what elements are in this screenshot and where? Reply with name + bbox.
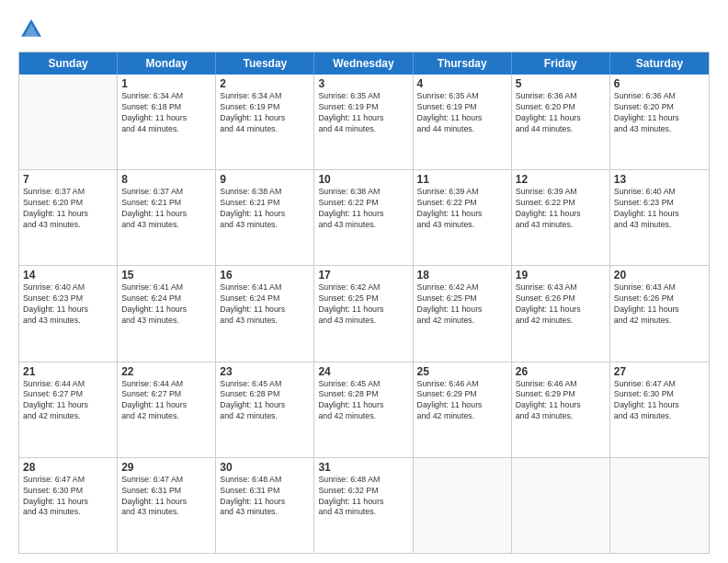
header xyxy=(18,17,710,42)
day-info: Sunrise: 6:41 AM Sunset: 6:24 PM Dayligh… xyxy=(220,282,310,327)
cal-cell: 17Sunrise: 6:42 AM Sunset: 6:25 PM Dayli… xyxy=(314,266,413,361)
cal-cell: 23Sunrise: 6:45 AM Sunset: 6:28 PM Dayli… xyxy=(216,362,314,457)
cal-cell: 28Sunrise: 6:47 AM Sunset: 6:30 PM Dayli… xyxy=(19,458,118,553)
day-info: Sunrise: 6:35 AM Sunset: 6:19 PM Dayligh… xyxy=(318,91,408,135)
day-info: Sunrise: 6:48 AM Sunset: 6:31 PM Dayligh… xyxy=(220,475,310,519)
day-info: Sunrise: 6:44 AM Sunset: 6:27 PM Dayligh… xyxy=(23,379,113,423)
day-info: Sunrise: 6:40 AM Sunset: 6:23 PM Dayligh… xyxy=(614,187,705,231)
cal-cell: 25Sunrise: 6:46 AM Sunset: 6:29 PM Dayli… xyxy=(414,362,512,457)
cal-cell: 13Sunrise: 6:40 AM Sunset: 6:23 PM Dayli… xyxy=(610,170,709,265)
day-info: Sunrise: 6:46 AM Sunset: 6:29 PM Dayligh… xyxy=(516,379,606,423)
cal-cell: 16Sunrise: 6:41 AM Sunset: 6:24 PM Dayli… xyxy=(216,266,314,361)
cal-header-day: Wednesday xyxy=(314,52,413,75)
cal-week: 28Sunrise: 6:47 AM Sunset: 6:30 PM Dayli… xyxy=(19,458,709,553)
cal-cell: 9Sunrise: 6:38 AM Sunset: 6:21 PM Daylig… xyxy=(216,170,314,265)
day-number: 12 xyxy=(516,173,606,186)
logo-icon xyxy=(18,17,44,42)
cal-cell: 31Sunrise: 6:48 AM Sunset: 6:32 PM Dayli… xyxy=(314,458,413,553)
cal-cell xyxy=(414,458,512,553)
cal-cell: 5Sunrise: 6:36 AM Sunset: 6:20 PM Daylig… xyxy=(512,75,610,169)
day-info: Sunrise: 6:45 AM Sunset: 6:28 PM Dayligh… xyxy=(318,379,408,423)
cal-cell: 18Sunrise: 6:42 AM Sunset: 6:25 PM Dayli… xyxy=(414,266,512,361)
logo xyxy=(18,17,48,42)
cal-header-day: Monday xyxy=(118,52,216,75)
day-number: 25 xyxy=(417,365,507,378)
day-info: Sunrise: 6:42 AM Sunset: 6:25 PM Dayligh… xyxy=(417,282,507,327)
day-number: 18 xyxy=(417,269,507,282)
day-number: 4 xyxy=(417,77,507,90)
day-number: 24 xyxy=(318,365,408,378)
day-info: Sunrise: 6:36 AM Sunset: 6:20 PM Dayligh… xyxy=(614,91,705,135)
cal-cell xyxy=(512,458,610,553)
cal-cell: 14Sunrise: 6:40 AM Sunset: 6:23 PM Dayli… xyxy=(19,266,118,361)
cal-cell: 2Sunrise: 6:34 AM Sunset: 6:19 PM Daylig… xyxy=(216,75,314,169)
day-info: Sunrise: 6:41 AM Sunset: 6:24 PM Dayligh… xyxy=(121,282,211,327)
cal-cell xyxy=(610,458,709,553)
day-number: 7 xyxy=(23,173,113,186)
cal-cell: 22Sunrise: 6:44 AM Sunset: 6:27 PM Dayli… xyxy=(118,362,216,457)
cal-week: 7Sunrise: 6:37 AM Sunset: 6:20 PM Daylig… xyxy=(19,170,709,266)
cal-cell: 26Sunrise: 6:46 AM Sunset: 6:29 PM Dayli… xyxy=(512,362,610,457)
cal-week: 1Sunrise: 6:34 AM Sunset: 6:18 PM Daylig… xyxy=(19,75,709,170)
cal-cell: 21Sunrise: 6:44 AM Sunset: 6:27 PM Dayli… xyxy=(19,362,118,457)
day-info: Sunrise: 6:36 AM Sunset: 6:20 PM Dayligh… xyxy=(516,91,606,135)
day-info: Sunrise: 6:43 AM Sunset: 6:26 PM Dayligh… xyxy=(516,282,606,327)
day-number: 15 xyxy=(121,269,211,282)
cal-header-day: Friday xyxy=(512,52,610,75)
day-info: Sunrise: 6:38 AM Sunset: 6:21 PM Dayligh… xyxy=(220,187,310,231)
day-info: Sunrise: 6:46 AM Sunset: 6:29 PM Dayligh… xyxy=(417,379,507,423)
cal-cell: 12Sunrise: 6:39 AM Sunset: 6:22 PM Dayli… xyxy=(512,170,610,265)
day-number: 16 xyxy=(220,269,310,282)
day-number: 29 xyxy=(121,461,211,474)
page: SundayMondayTuesdayWednesdayThursdayFrid… xyxy=(0,0,728,563)
day-number: 3 xyxy=(318,77,408,90)
cal-cell: 11Sunrise: 6:39 AM Sunset: 6:22 PM Dayli… xyxy=(414,170,512,265)
cal-cell: 1Sunrise: 6:34 AM Sunset: 6:18 PM Daylig… xyxy=(118,75,216,169)
day-number: 9 xyxy=(220,173,310,186)
day-info: Sunrise: 6:47 AM Sunset: 6:30 PM Dayligh… xyxy=(614,379,705,423)
cal-header-day: Thursday xyxy=(414,52,512,75)
day-number: 31 xyxy=(318,461,408,474)
cal-cell: 6Sunrise: 6:36 AM Sunset: 6:20 PM Daylig… xyxy=(610,75,709,169)
day-number: 27 xyxy=(614,365,705,378)
cal-cell xyxy=(19,75,118,169)
day-number: 11 xyxy=(417,173,507,186)
day-number: 13 xyxy=(614,173,705,186)
cal-week: 21Sunrise: 6:44 AM Sunset: 6:27 PM Dayli… xyxy=(19,362,709,458)
day-info: Sunrise: 6:39 AM Sunset: 6:22 PM Dayligh… xyxy=(516,187,606,231)
cal-header-day: Saturday xyxy=(610,52,709,75)
cal-cell: 20Sunrise: 6:43 AM Sunset: 6:26 PM Dayli… xyxy=(610,266,709,361)
cal-header-day: Sunday xyxy=(19,52,118,75)
day-info: Sunrise: 6:43 AM Sunset: 6:26 PM Dayligh… xyxy=(614,282,705,327)
calendar-body: 1Sunrise: 6:34 AM Sunset: 6:18 PM Daylig… xyxy=(19,75,709,553)
cal-cell: 19Sunrise: 6:43 AM Sunset: 6:26 PM Dayli… xyxy=(512,266,610,361)
day-number: 28 xyxy=(23,461,113,474)
day-number: 26 xyxy=(516,365,606,378)
cal-cell: 10Sunrise: 6:38 AM Sunset: 6:22 PM Dayli… xyxy=(314,170,413,265)
day-number: 19 xyxy=(516,269,606,282)
day-info: Sunrise: 6:47 AM Sunset: 6:30 PM Dayligh… xyxy=(23,475,113,519)
cal-header-day: Tuesday xyxy=(216,52,314,75)
day-number: 14 xyxy=(23,269,113,282)
day-info: Sunrise: 6:47 AM Sunset: 6:31 PM Dayligh… xyxy=(121,475,211,519)
day-number: 17 xyxy=(318,269,408,282)
calendar-header: SundayMondayTuesdayWednesdayThursdayFrid… xyxy=(19,52,709,75)
day-number: 20 xyxy=(614,269,705,282)
day-number: 8 xyxy=(121,173,211,186)
cal-cell: 8Sunrise: 6:37 AM Sunset: 6:21 PM Daylig… xyxy=(118,170,216,265)
day-number: 5 xyxy=(516,77,606,90)
day-info: Sunrise: 6:35 AM Sunset: 6:19 PM Dayligh… xyxy=(417,91,507,135)
day-info: Sunrise: 6:48 AM Sunset: 6:32 PM Dayligh… xyxy=(318,475,408,519)
cal-cell: 3Sunrise: 6:35 AM Sunset: 6:19 PM Daylig… xyxy=(314,75,413,169)
cal-cell: 7Sunrise: 6:37 AM Sunset: 6:20 PM Daylig… xyxy=(19,170,118,265)
calendar: SundayMondayTuesdayWednesdayThursdayFrid… xyxy=(18,52,710,554)
day-number: 23 xyxy=(220,365,310,378)
day-info: Sunrise: 6:39 AM Sunset: 6:22 PM Dayligh… xyxy=(417,187,507,231)
day-info: Sunrise: 6:37 AM Sunset: 6:21 PM Dayligh… xyxy=(121,187,211,231)
cal-cell: 29Sunrise: 6:47 AM Sunset: 6:31 PM Dayli… xyxy=(118,458,216,553)
day-number: 21 xyxy=(23,365,113,378)
day-info: Sunrise: 6:40 AM Sunset: 6:23 PM Dayligh… xyxy=(23,282,113,327)
day-number: 2 xyxy=(220,77,310,90)
cal-cell: 30Sunrise: 6:48 AM Sunset: 6:31 PM Dayli… xyxy=(216,458,314,553)
cal-cell: 27Sunrise: 6:47 AM Sunset: 6:30 PM Dayli… xyxy=(610,362,709,457)
